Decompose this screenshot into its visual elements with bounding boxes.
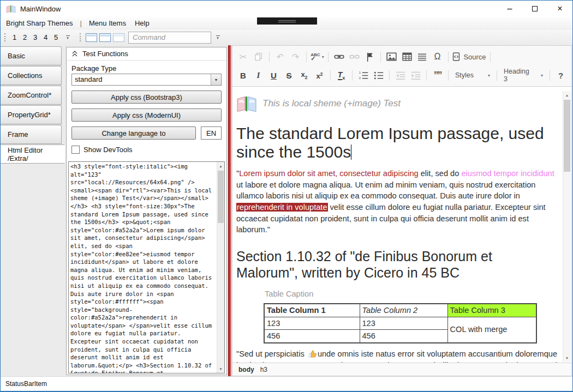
- textarea-scrollbar[interactable]: ▲ ▼: [217, 162, 224, 373]
- expander-header[interactable]: Test Functions: [67, 47, 226, 61]
- chevron-down-icon: ▾: [541, 73, 543, 78]
- bulleted-list-button[interactable]: [371, 68, 386, 83]
- about-button[interactable]: ?: [553, 68, 568, 83]
- anchor-button[interactable]: [362, 50, 377, 64]
- heading-lorem: The standard Lorem Ipsum passage, used s…: [236, 124, 557, 161]
- toolbar-button-3[interactable]: 3: [30, 33, 40, 41]
- subscript-button[interactable]: x2: [297, 68, 312, 83]
- scroll-down-icon[interactable]: ▼: [217, 365, 224, 373]
- chevron-down-icon: ▾: [217, 37, 219, 39]
- cut-button[interactable]: ✂: [236, 50, 250, 64]
- toolbar-grip[interactable]: [4, 33, 7, 41]
- editor-toolbar-row-1: ✂ ↶ ↷ ABC✓ ▾: [236, 47, 568, 66]
- language-input[interactable]: EN: [201, 126, 222, 140]
- styles-dropdown[interactable]: Styles ▾: [452, 68, 493, 83]
- toolbar-button-4[interactable]: 4: [40, 33, 51, 41]
- toolbar-overflow-button[interactable]: ▾: [214, 35, 222, 39]
- blockquote-button[interactable]: ””: [430, 68, 445, 83]
- apply-modernui-button[interactable]: Apply css (ModernUI): [71, 108, 222, 122]
- scrollbar-thumb[interactable]: [218, 171, 224, 223]
- toolbar-grip[interactable]: [80, 33, 82, 41]
- table-cell: 123: [264, 317, 360, 330]
- menu-menu-items[interactable]: Menu Items: [85, 17, 130, 29]
- html-source-textarea[interactable]: <h3 style="font-style:italic"><img alt="…: [69, 162, 217, 373]
- toolbar-overflow-button[interactable]: ▾: [64, 35, 71, 39]
- tab-frame[interactable]: Frame: [1, 125, 62, 144]
- underline-button[interactable]: U: [266, 68, 281, 83]
- toolbar-command: Command ▾: [77, 31, 223, 45]
- elements-path-bar: body h3: [232, 363, 571, 376]
- test-functions-panel: Test Functions Package Type standard ▼ A…: [66, 47, 227, 375]
- minimize-button[interactable]: –: [497, 1, 522, 17]
- tab-propertygrid[interactable]: PropertyGrid*: [1, 105, 62, 124]
- unlink-icon: [349, 52, 360, 61]
- toolbar-button-1[interactable]: 1: [9, 33, 20, 41]
- editor-toolbar: ✂ ↶ ↷ ABC✓ ▾: [232, 46, 571, 87]
- strikethrough-button[interactable]: S: [282, 68, 296, 83]
- copy-button[interactable]: [251, 50, 266, 64]
- link-button[interactable]: [332, 50, 347, 64]
- source-button[interactable]: Source: [452, 50, 487, 64]
- scrollbar-thumb[interactable]: [564, 100, 570, 172]
- window-layout-icon-1[interactable]: [86, 33, 97, 42]
- numbered-list-button[interactable]: 12: [356, 68, 371, 83]
- subscript-icon: x2: [301, 70, 307, 80]
- scroll-down-icon[interactable]: ▼: [563, 354, 571, 362]
- indent-button[interactable]: [408, 68, 423, 83]
- unlink-button[interactable]: [347, 50, 362, 64]
- menu-separator: |: [77, 19, 85, 27]
- spellcheck-button[interactable]: ABC✓ ▾: [310, 50, 325, 64]
- editor-scrollbar[interactable]: ▲ ▼: [563, 91, 571, 362]
- remove-format-button[interactable]: Tx: [334, 68, 349, 83]
- language-row: Change language to EN: [71, 126, 222, 140]
- window-layout-icon-3[interactable]: [113, 33, 124, 42]
- package-type-value: standard: [72, 74, 211, 85]
- path-h3[interactable]: h3: [260, 366, 267, 373]
- toolbar-button-2[interactable]: 2: [20, 33, 30, 41]
- redo-button[interactable]: ↷: [288, 50, 303, 64]
- window-controls: – ×: [497, 1, 572, 17]
- format-dropdown[interactable]: Heading 3 ▾: [500, 68, 546, 83]
- expander-title: Test Functions: [82, 50, 128, 58]
- bold-button[interactable]: B: [236, 68, 250, 83]
- horizontal-line-button[interactable]: [415, 50, 429, 64]
- main-window: MainWindow – × Bright Sharp Themes | Men…: [0, 0, 573, 392]
- grid-splitter[interactable]: [228, 45, 231, 376]
- special-char-button[interactable]: Ω: [430, 50, 445, 64]
- tab-html-editor[interactable]: Html Editor /Extra/: [1, 144, 65, 164]
- tab-zoomcontrol[interactable]: ZoomControl*: [1, 86, 62, 105]
- insert-image-button[interactable]: [384, 50, 399, 64]
- scroll-up-icon[interactable]: ▲: [563, 91, 571, 99]
- remove-format-icon: Tx: [338, 70, 345, 81]
- tab-basic[interactable]: Basic: [1, 46, 62, 65]
- table-merged-cell: COL with merge: [447, 317, 536, 343]
- menu-bright-sharp-themes[interactable]: Bright Sharp Themes: [2, 17, 77, 29]
- html-source-editor: <h3 style="font-style:italic"><img alt="…: [68, 161, 225, 373]
- editor-content[interactable]: This is local sheme (+image) Test The st…: [232, 87, 571, 363]
- brown-text: Lorem ipsum dolor sit amet, consectetur …: [239, 169, 419, 178]
- show-devtools-checkbox[interactable]: [71, 146, 80, 154]
- window-layout-icon-2[interactable]: [99, 33, 111, 42]
- table-header-1: Table Column 1: [264, 304, 360, 317]
- path-body[interactable]: body: [238, 366, 254, 373]
- close-button[interactable]: ×: [547, 1, 572, 17]
- outdent-button[interactable]: [393, 68, 408, 83]
- floating-grip-bar[interactable]: [257, 17, 317, 25]
- undo-button[interactable]: ↶: [273, 50, 288, 64]
- apply-bootstrap-button[interactable]: Apply css (Bootstrap3): [71, 91, 222, 104]
- tab-collections[interactable]: Collections: [1, 66, 62, 85]
- scroll-up-icon[interactable]: ▲: [217, 162, 224, 170]
- combo-dropdown-button[interactable]: ▼: [211, 74, 221, 85]
- change-language-button[interactable]: Change language to: [71, 126, 196, 140]
- package-type-combobox[interactable]: standard ▼: [71, 74, 222, 86]
- source-icon: [452, 52, 460, 61]
- html-editor: ✂ ↶ ↷ ABC✓ ▾: [232, 45, 572, 376]
- menu-help[interactable]: Help: [130, 17, 154, 29]
- insert-table-button[interactable]: [399, 50, 414, 64]
- italic-button[interactable]: I: [251, 68, 266, 83]
- image-icon: [386, 52, 397, 61]
- command-input[interactable]: Command: [128, 32, 211, 44]
- superscript-button[interactable]: x2: [312, 68, 327, 83]
- maximize-button[interactable]: [522, 1, 547, 17]
- toolbar-button-5[interactable]: 5: [51, 33, 61, 41]
